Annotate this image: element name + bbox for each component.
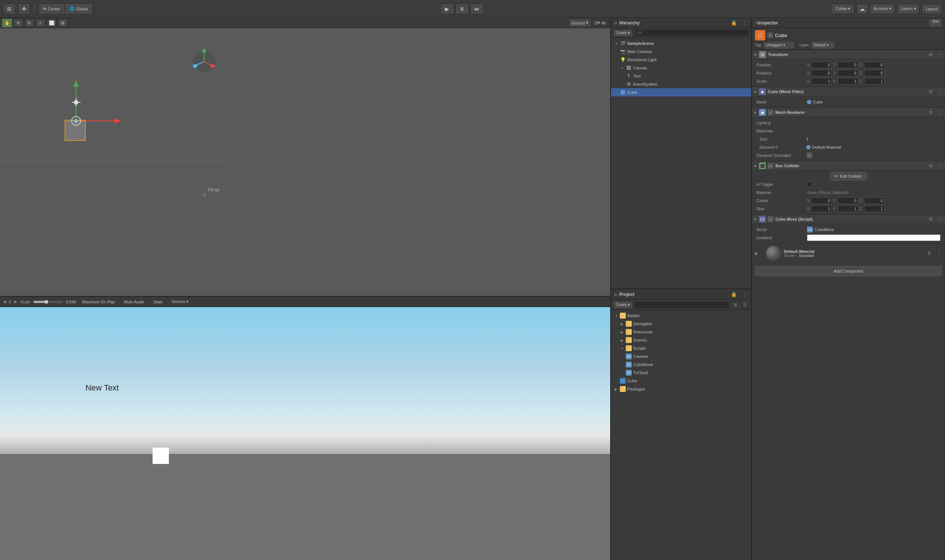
hand-tool[interactable]: ✋: [2, 19, 12, 27]
transform-menu-icon[interactable]: ⋮: [936, 51, 943, 58]
project-txttest1-script[interactable]: C# TxtTest1: [611, 369, 751, 377]
box-collider-header[interactable]: ▾ ⬛ Box Collider ⚙ ⋮: [752, 161, 945, 171]
pause-button[interactable]: ⏸: [455, 3, 469, 14]
scene-view-inner[interactable]: Persp ◁ Y X Z: [0, 28, 610, 296]
scale-tool[interactable]: ⤢: [35, 19, 45, 27]
box-collider-menu-icon[interactable]: ⋮: [936, 162, 943, 169]
project-cube-mesh[interactable]: □ Cube: [611, 377, 751, 385]
scene-icon-btn1[interactable]: ⊞: [3, 3, 15, 14]
csz-z-input[interactable]: [864, 205, 885, 212]
transform-header[interactable]: ▾ ⇔ Transform ⚙ ⋮: [752, 50, 945, 59]
gizmos-btn[interactable]: Gizmos ▾: [168, 298, 191, 306]
mesh-renderer-menu-icon[interactable]: ⋮: [936, 109, 943, 116]
rotate-tool[interactable]: ↻: [25, 19, 34, 27]
cloud-button[interactable]: ☁: [857, 4, 868, 14]
hierarchy-menu-btn[interactable]: ⋮: [740, 19, 748, 27]
cubemove-menu-icon[interactable]: ⋮: [936, 216, 943, 223]
add-component-btn[interactable]: Add Component: [755, 266, 942, 276]
account-dropdown[interactable]: Account ▾: [870, 4, 895, 14]
project-resources[interactable]: ▶ Resources: [611, 328, 751, 336]
project-demigiant[interactable]: ▶ Demigiant: [611, 320, 751, 328]
mesh-filter-gear-icon[interactable]: ⚙: [927, 88, 934, 95]
rot-z-input[interactable]: [864, 70, 885, 76]
scale-stepper-down[interactable]: ◀: [3, 299, 6, 304]
step-button[interactable]: ⏭: [470, 3, 484, 14]
mute-audio-btn[interactable]: Mute Audio: [121, 298, 147, 306]
stats-btn[interactable]: Stats: [150, 298, 165, 306]
game-view-inner[interactable]: New Text: [0, 307, 610, 560]
layers-dropdown[interactable]: Layers ▾: [897, 4, 919, 14]
project-assets[interactable]: ▾ Assets: [611, 312, 751, 320]
material-gear-icon[interactable]: ⚙: [926, 250, 933, 257]
material-expand-arrow[interactable]: ▶: [755, 249, 763, 257]
box-collider-gear-icon[interactable]: ⚙: [927, 162, 934, 169]
gradient-field[interactable]: [807, 234, 940, 241]
hierarchy-cube[interactable]: Cube: [611, 88, 751, 97]
pos-z-input[interactable]: [864, 62, 885, 68]
object-active-checkbox[interactable]: [768, 32, 773, 38]
hierarchy-text[interactable]: T Text: [611, 72, 751, 80]
mesh-renderer-checkbox[interactable]: [768, 110, 773, 115]
hierarchy-lock-btn[interactable]: 🔒: [730, 19, 738, 27]
cubemove-gear-icon[interactable]: ⚙: [927, 216, 934, 223]
hierarchy-search-input[interactable]: [635, 29, 749, 37]
cubemove-script-header[interactable]: ▾ C# Cube Move (Script) ⚙ ⋮: [752, 214, 945, 224]
maximize-on-play-btn[interactable]: Maximize On Play: [79, 298, 118, 306]
pos-y-input[interactable]: [838, 62, 858, 68]
project-list-btn[interactable]: ☰: [741, 301, 749, 309]
hierarchy-main-camera[interactable]: 📷 Main Camera: [611, 48, 751, 55]
scale-slider[interactable]: [33, 301, 63, 303]
scene-icon-btn2[interactable]: ✥: [18, 3, 31, 14]
mesh-renderer-header[interactable]: ▾ ◉ Mesh Renderer ⚙ ⋮: [752, 108, 945, 117]
mesh-filter-menu-icon[interactable]: ⋮: [936, 88, 943, 95]
hierarchy-scene-root[interactable]: ▾ 🎬 SampleScene: [611, 39, 751, 48]
transform-gear-icon[interactable]: ⚙: [927, 51, 934, 58]
scl-z-input[interactable]: [864, 78, 885, 85]
inspector-stat-btn[interactable]: Stat: [929, 19, 942, 27]
multi-tool[interactable]: ⊞: [58, 19, 68, 27]
project-cubemove-script[interactable]: C# CubeMove: [611, 360, 751, 369]
global-btn[interactable]: 🌐 Global: [65, 4, 92, 14]
tag-dropdown[interactable]: Untagged ▾: [764, 42, 794, 49]
mesh-renderer-gear-icon[interactable]: ⚙: [927, 109, 934, 116]
play-button[interactable]: ▶: [440, 3, 454, 14]
project-scripts[interactable]: ▾ Scripts: [611, 344, 751, 352]
scl-x-input[interactable]: [811, 78, 832, 85]
scl-y-input[interactable]: [838, 78, 858, 85]
layer-dropdown[interactable]: Default ▾: [812, 42, 834, 49]
box-collider-checkbox[interactable]: [768, 163, 773, 168]
move-tool[interactable]: ✛: [13, 19, 23, 27]
project-search-input[interactable]: [634, 301, 730, 309]
ctr-x-input[interactable]: [811, 197, 832, 204]
project-lock-btn[interactable]: 🔒: [730, 291, 738, 298]
csz-x-input[interactable]: [811, 205, 832, 212]
is-trigger-checkbox[interactable]: [807, 182, 812, 187]
mesh-filter-header[interactable]: ▾ ◆ Cube (Mesh Filter) ⚙ ⋮: [752, 87, 945, 97]
gizmos-dropdown[interactable]: Gizmos ▾: [569, 19, 591, 27]
ctr-y-input[interactable]: [838, 197, 858, 204]
center-btn[interactable]: ⊕ Center: [39, 4, 65, 14]
cubemove-checkbox[interactable]: [768, 217, 773, 222]
project-create-btn[interactable]: Create ▾: [613, 301, 632, 309]
collab-button[interactable]: Collab ▾: [831, 4, 854, 14]
project-scenes[interactable]: ▶ Scenes: [611, 336, 751, 344]
hierarchy-create-btn[interactable]: Create ▾: [613, 29, 632, 37]
csz-y-input[interactable]: [838, 205, 858, 212]
dynamic-occluded-checkbox[interactable]: [807, 153, 812, 158]
rot-x-input[interactable]: [811, 70, 832, 76]
project-icons-btn[interactable]: ⊞: [731, 301, 739, 309]
ctr-z-input[interactable]: [864, 197, 885, 204]
project-camera-script[interactable]: C# Camera: [611, 352, 751, 360]
hierarchy-eventsystem[interactable]: ⚙ EventSystem: [611, 80, 751, 88]
layout-button[interactable]: Layout: [922, 4, 942, 14]
edit-collider-btn[interactable]: ✏ Edit Collider: [830, 172, 867, 181]
project-menu-btn[interactable]: ⋮: [740, 291, 748, 298]
rot-y-input[interactable]: [838, 70, 858, 76]
pos-x-input[interactable]: [811, 62, 832, 68]
all-dropdown[interactable]: Q▾ All: [592, 19, 608, 27]
hierarchy-canvas[interactable]: ▾ 🖼 Canvas: [611, 64, 751, 72]
hierarchy-directional-light[interactable]: 💡 Directional Light: [611, 55, 751, 64]
material-menu-icon[interactable]: ⋮: [935, 250, 942, 257]
project-packages[interactable]: ▶ Packages: [611, 385, 751, 393]
rect-tool[interactable]: ⬜: [47, 19, 56, 27]
